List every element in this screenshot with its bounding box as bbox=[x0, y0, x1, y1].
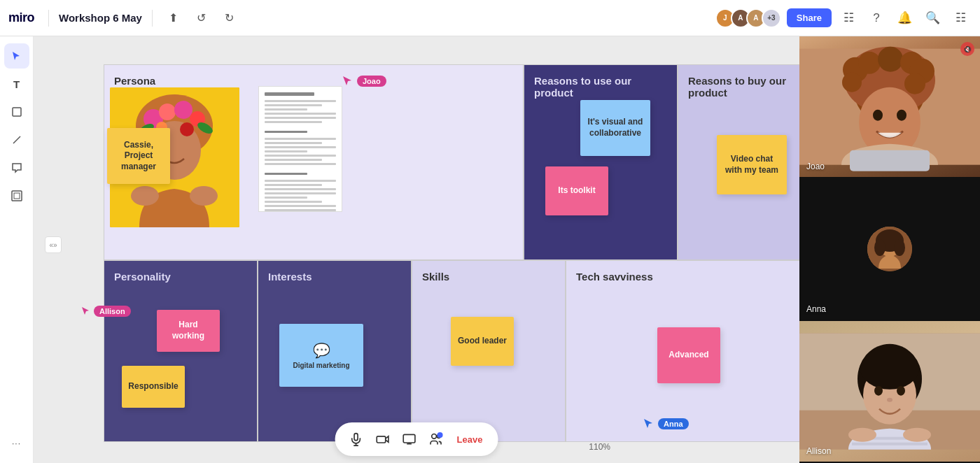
header-divider-1 bbox=[48, 10, 49, 27]
redo-button[interactable]: ↻ bbox=[218, 7, 241, 29]
svg-rect-56 bbox=[852, 442, 927, 445]
select-tool-button[interactable] bbox=[4, 43, 29, 69]
reasons-buy-title: Reasons to buy our product bbox=[688, 75, 799, 99]
svg-point-33 bbox=[904, 73, 925, 94]
video-label-anna: Anna bbox=[806, 304, 826, 314]
svg-rect-20 bbox=[377, 436, 386, 443]
anna-avatar bbox=[867, 227, 912, 271]
skills-title: Skills bbox=[422, 271, 555, 283]
sticky-tool-button[interactable] bbox=[4, 99, 29, 124]
reasons-use-title: Reasons to use our product bbox=[534, 75, 667, 99]
sticky-advanced: Advanced bbox=[657, 327, 720, 383]
reasons-buy-section: Reasons to buy our product Video chat wi… bbox=[678, 64, 799, 260]
video-bg-joao bbox=[799, 36, 980, 177]
video-tile-allison: Allison bbox=[799, 321, 980, 463]
sticky-responsible: Responsible bbox=[122, 366, 185, 408]
svg-point-57 bbox=[848, 427, 876, 441]
zoom-indicator: 110% bbox=[589, 442, 610, 452]
pen-tool-button[interactable] bbox=[4, 127, 29, 152]
personality-section: Personality Hard working Responsible bbox=[104, 260, 258, 442]
interests-section: Interests 💬 Digital marketing bbox=[258, 260, 412, 442]
sticky-hard-working: Hard working bbox=[157, 310, 220, 352]
svg-point-8 bbox=[159, 104, 176, 120]
tech-title: Tech savviness bbox=[576, 271, 799, 283]
reasons-use-section: Reasons to use our product It's visual a… bbox=[524, 64, 678, 260]
persona-title: Persona bbox=[114, 75, 513, 87]
sticky-good-leader: Good leader bbox=[451, 317, 514, 366]
svg-point-51 bbox=[860, 347, 919, 389]
header: miro Workshop 6 May ⬆ ↺ ↻ J A A +3 Share… bbox=[0, 0, 980, 36]
tech-section: Tech savviness Advanced bbox=[566, 260, 799, 442]
video-label-joao: Joao bbox=[806, 162, 825, 171]
header-right: J A A +3 Share ☷ ? 🔔 🔍 ☷ bbox=[715, 7, 972, 29]
skills-section: Skills Good leader bbox=[412, 260, 566, 442]
svg-point-58 bbox=[903, 427, 931, 441]
header-divider-2 bbox=[152, 10, 153, 27]
comment-tool-button[interactable] bbox=[4, 155, 29, 180]
svg-rect-0 bbox=[13, 108, 21, 116]
sticky-toolkit: Its toolkit bbox=[545, 166, 608, 215]
svg-point-16 bbox=[190, 186, 218, 206]
svg-point-44 bbox=[894, 239, 905, 256]
svg-point-15 bbox=[131, 186, 159, 206]
screen-share-button[interactable] bbox=[397, 427, 422, 452]
sticky-visual: It's visual and collaborative bbox=[580, 100, 650, 156]
svg-rect-3 bbox=[14, 193, 20, 199]
mute-icon-joao: 🔇 bbox=[960, 42, 974, 56]
svg-line-1 bbox=[13, 136, 20, 143]
bottom-toolbar: Leave bbox=[335, 421, 498, 457]
more-tools-button[interactable]: ··· bbox=[4, 431, 29, 456]
microphone-button[interactable] bbox=[344, 427, 369, 452]
video-label-allison: Allison bbox=[806, 446, 831, 456]
customize-button[interactable]: ☷ bbox=[837, 7, 860, 29]
video-tile-joao: Joao 🔇 bbox=[799, 36, 980, 178]
participants-button[interactable] bbox=[424, 427, 449, 452]
canvas[interactable]: Persona bbox=[34, 36, 799, 463]
search-button[interactable]: 🔍 bbox=[921, 7, 944, 29]
sticky-digital-marketing: 💬 Digital marketing bbox=[279, 324, 363, 387]
svg-rect-21 bbox=[403, 434, 415, 443]
participants-wrapper bbox=[424, 427, 449, 452]
avatar-count: +3 bbox=[762, 8, 781, 28]
leave-label: Leave bbox=[457, 434, 483, 445]
board-title[interactable]: Workshop 6 May bbox=[59, 12, 142, 24]
persona-section: Persona bbox=[104, 64, 524, 260]
help-button[interactable]: ? bbox=[865, 7, 888, 29]
svg-point-53 bbox=[897, 385, 905, 395]
notifications-button[interactable]: 🔔 bbox=[893, 7, 916, 29]
frame-tool-button[interactable] bbox=[4, 183, 29, 208]
sticky-cassie: Cassie, Project manager bbox=[107, 128, 170, 184]
svg-point-9 bbox=[174, 101, 192, 119]
undo-button[interactable]: ↺ bbox=[190, 7, 213, 29]
svg-point-11 bbox=[180, 122, 194, 136]
video-tile-anna: Anna bbox=[799, 178, 980, 320]
left-toolbar: T ··· bbox=[0, 36, 34, 463]
board-frame: Persona bbox=[104, 64, 799, 442]
camera-button[interactable] bbox=[370, 427, 396, 452]
svg-point-29 bbox=[858, 52, 881, 74]
video-bg-anna bbox=[799, 178, 980, 319]
main-area: T ··· Persona bbox=[0, 36, 980, 463]
text-tool-button[interactable]: T bbox=[4, 71, 29, 97]
svg-point-36 bbox=[873, 110, 883, 121]
sticky-video-chat: Video chat with my team bbox=[717, 135, 787, 194]
persona-document bbox=[258, 86, 342, 212]
video-panel: Joao 🔇 Anna bbox=[799, 36, 980, 463]
svg-point-37 bbox=[897, 110, 906, 121]
svg-point-52 bbox=[874, 385, 883, 395]
bottom-bar: Leave bbox=[335, 422, 498, 456]
collapse-button[interactable]: «» bbox=[45, 236, 62, 253]
avatar-group: J A A +3 bbox=[715, 8, 781, 28]
svg-rect-2 bbox=[12, 191, 22, 201]
svg-point-30 bbox=[878, 47, 903, 72]
svg-rect-38 bbox=[850, 150, 930, 171]
apps-button[interactable]: ☷ bbox=[949, 7, 972, 29]
leave-button[interactable]: Leave bbox=[450, 430, 490, 449]
svg-point-43 bbox=[874, 239, 886, 256]
svg-point-34 bbox=[842, 73, 862, 92]
participants-badge bbox=[438, 432, 443, 438]
video-bg-allison bbox=[799, 321, 980, 462]
svg-point-54 bbox=[887, 397, 892, 401]
share-button[interactable]: Share bbox=[787, 8, 832, 27]
upload-button[interactable]: ⬆ bbox=[162, 7, 185, 29]
